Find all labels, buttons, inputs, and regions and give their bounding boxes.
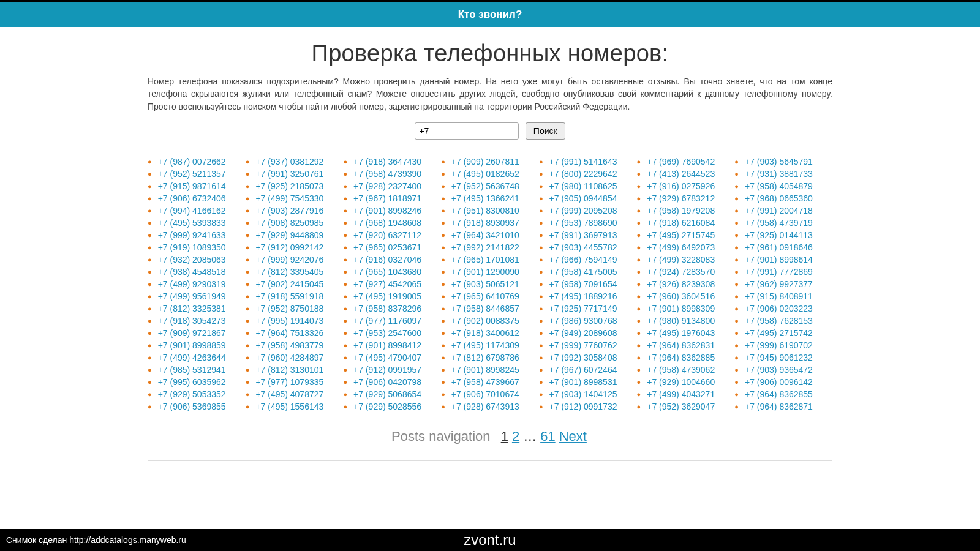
phone-link[interactable]: +7 (992) 3058408 <box>549 351 617 364</box>
phone-link[interactable]: +7 (901) 8998412 <box>353 339 421 351</box>
phone-link[interactable]: +7 (995) 1914073 <box>255 315 323 327</box>
phone-link[interactable]: +7 (918) 6216084 <box>647 217 715 229</box>
phone-link[interactable]: +7 (915) 9871614 <box>158 180 226 192</box>
phone-link[interactable]: +7 (906) 0420798 <box>353 376 421 388</box>
phone-link[interactable]: +7 (495) 2715742 <box>745 327 813 339</box>
phone-link[interactable]: +7 (902) 0088375 <box>451 315 519 327</box>
phone-link[interactable]: +7 (964) 8362871 <box>745 400 813 413</box>
phone-link[interactable]: +7 (812) 6798786 <box>451 351 519 364</box>
phone-link[interactable]: +7 (499) 3228083 <box>647 253 715 266</box>
phone-link[interactable]: +7 (995) 6035962 <box>158 376 226 388</box>
phone-link[interactable]: +7 (903) 1404125 <box>549 388 617 400</box>
phone-link[interactable]: +7 (965) 0253671 <box>353 241 421 253</box>
page-next[interactable]: Next <box>559 429 587 444</box>
phone-link[interactable]: +7 (495) 4790407 <box>353 351 421 364</box>
phone-link[interactable]: +7 (903) 5065121 <box>451 278 519 290</box>
phone-link[interactable]: +7 (958) 7091654 <box>549 278 617 290</box>
phone-link[interactable]: +7 (961) 0918646 <box>745 241 813 253</box>
phone-link[interactable]: +7 (903) 4455782 <box>549 241 617 253</box>
phone-link[interactable]: +7 (962) 9927377 <box>745 278 813 290</box>
phone-link[interactable]: +7 (920) 6327112 <box>353 229 421 241</box>
phone-link[interactable]: +7 (952) 8750188 <box>255 302 323 315</box>
phone-link[interactable]: +7 (958) 4175005 <box>549 266 617 278</box>
phone-link[interactable]: +7 (958) 8378296 <box>353 302 421 315</box>
phone-link[interactable]: +7 (965) 1043680 <box>353 266 421 278</box>
phone-link[interactable]: +7 (915) 8408911 <box>745 290 813 302</box>
phone-link[interactable]: +7 (960) 4284897 <box>255 351 323 364</box>
phone-link[interactable]: +7 (812) 3395405 <box>255 266 323 278</box>
phone-link[interactable]: +7 (906) 5369855 <box>158 400 226 413</box>
phone-link[interactable]: +7 (977) 1176097 <box>353 315 421 327</box>
phone-link[interactable]: +7 (929) 9448809 <box>255 229 323 241</box>
phone-link[interactable]: +7 (977) 1079335 <box>255 376 323 388</box>
phone-link[interactable]: +7 (964) 3421010 <box>451 229 519 241</box>
page-link[interactable]: 2 <box>512 429 519 444</box>
phone-link[interactable]: +7 (987) 0072662 <box>158 156 226 168</box>
phone-link[interactable]: +7 (965) 6410769 <box>451 290 519 302</box>
phone-link[interactable]: +7 (909) 9721867 <box>158 327 226 339</box>
phone-link[interactable]: +7 (925) 0144113 <box>745 229 813 241</box>
phone-link[interactable]: +7 (812) 3130101 <box>255 364 323 376</box>
phone-link[interactable]: +7 (901) 8998309 <box>647 302 715 315</box>
phone-link[interactable]: +7 (991) 5141643 <box>549 156 617 168</box>
search-button[interactable]: Поиск <box>526 122 565 140</box>
phone-link[interactable]: +7 (925) 7717149 <box>549 302 617 315</box>
phone-link[interactable]: +7 (906) 7010674 <box>451 388 519 400</box>
phone-link[interactable]: +7 (495) 5393833 <box>158 217 226 229</box>
phone-link[interactable]: +7 (495) 1919005 <box>353 290 421 302</box>
phone-link[interactable]: +7 (958) 4739390 <box>353 168 421 180</box>
phone-link[interactable]: +7 (991) 3697913 <box>549 229 617 241</box>
phone-link[interactable]: +7 (999) 9241633 <box>158 229 226 241</box>
phone-link[interactable]: +7 (918) 5591918 <box>255 290 323 302</box>
phone-link[interactable]: +7 (812) 3325381 <box>158 302 226 315</box>
phone-link[interactable]: +7 (927) 4542065 <box>353 278 421 290</box>
phone-link[interactable]: +7 (912) 0991732 <box>549 400 617 413</box>
phone-link[interactable]: +7 (929) 5053352 <box>158 388 226 400</box>
phone-link[interactable]: +7 (960) 3604516 <box>647 290 715 302</box>
phone-link[interactable]: +7 (958) 7628153 <box>745 315 813 327</box>
phone-link[interactable]: +7 (952) 5211357 <box>158 168 226 180</box>
phone-link[interactable]: +7 (901) 8998531 <box>549 376 617 388</box>
phone-link[interactable]: +7 (967) 6072464 <box>549 364 617 376</box>
phone-link[interactable]: +7 (968) 1948608 <box>353 217 421 229</box>
phone-link[interactable]: +7 (958) 4739667 <box>451 376 519 388</box>
phone-link[interactable]: +7 (918) 3054273 <box>158 315 226 327</box>
phone-link[interactable]: +7 (905) 0944854 <box>549 192 617 204</box>
phone-link[interactable]: +7 (902) 2415045 <box>255 278 323 290</box>
phone-link[interactable]: +7 (958) 4983779 <box>255 339 323 351</box>
phone-link[interactable]: +7 (991) 2004718 <box>745 204 813 217</box>
phone-link[interactable]: +7 (968) 0665360 <box>745 192 813 204</box>
phone-link[interactable]: +7 (901) 8998614 <box>745 253 813 266</box>
phone-link[interactable]: +7 (949) 2089608 <box>549 327 617 339</box>
phone-link[interactable]: +7 (966) 7594149 <box>549 253 617 266</box>
phone-link[interactable]: +7 (999) 6190702 <box>745 339 813 351</box>
phone-link[interactable]: +7 (499) 6492073 <box>647 241 715 253</box>
phone-link[interactable]: +7 (932) 2085063 <box>158 253 226 266</box>
phone-link[interactable]: +7 (929) 5028556 <box>353 400 421 413</box>
phone-link[interactable]: +7 (918) 3400612 <box>451 327 519 339</box>
phone-link[interactable]: +7 (901) 1290090 <box>451 266 519 278</box>
phone-link[interactable]: +7 (495) 1174309 <box>451 339 519 351</box>
phone-link[interactable]: +7 (965) 1701081 <box>451 253 519 266</box>
phone-link[interactable]: +7 (912) 0992142 <box>255 241 323 253</box>
phone-link[interactable]: +7 (951) 8300810 <box>451 204 519 217</box>
phone-link[interactable]: +7 (495) 4078727 <box>255 388 323 400</box>
phone-link[interactable]: +7 (980) 9134800 <box>647 315 715 327</box>
phone-link[interactable]: +7 (924) 7283570 <box>647 266 715 278</box>
phone-link[interactable]: +7 (495) 1976043 <box>647 327 715 339</box>
phone-link[interactable]: +7 (958) 4739719 <box>745 217 813 229</box>
phone-link[interactable]: +7 (937) 0381292 <box>255 156 323 168</box>
phone-link[interactable]: +7 (994) 4166162 <box>158 204 226 217</box>
phone-link[interactable]: +7 (931) 3881733 <box>745 168 813 180</box>
phone-link[interactable]: +7 (413) 2644523 <box>647 168 715 180</box>
page-link[interactable]: 61 <box>540 429 555 444</box>
phone-link[interactable]: +7 (969) 7690542 <box>647 156 715 168</box>
phone-link[interactable]: +7 (919) 1089350 <box>158 241 226 253</box>
phone-link[interactable]: +7 (909) 2607811 <box>451 156 519 168</box>
phone-link[interactable]: +7 (999) 7760762 <box>549 339 617 351</box>
phone-link[interactable]: +7 (499) 4263644 <box>158 351 226 364</box>
phone-link[interactable]: +7 (958) 4054879 <box>745 180 813 192</box>
phone-link[interactable]: +7 (929) 5068654 <box>353 388 421 400</box>
phone-link[interactable]: +7 (952) 5636748 <box>451 180 519 192</box>
phone-link[interactable]: +7 (906) 0096142 <box>745 376 813 388</box>
